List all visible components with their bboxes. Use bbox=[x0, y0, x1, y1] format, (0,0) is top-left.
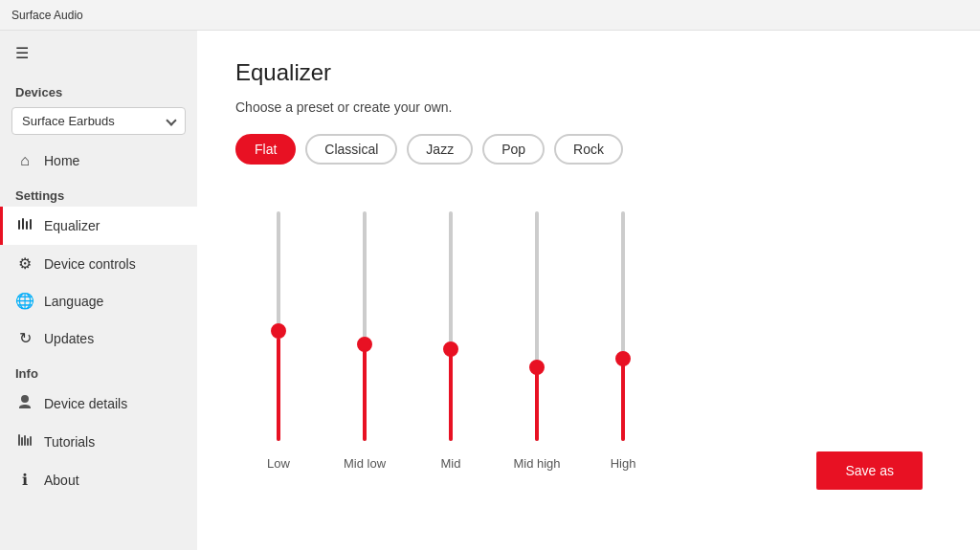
sidebar-item-updates-label: Updates bbox=[44, 331, 94, 346]
svg-rect-3 bbox=[30, 219, 32, 230]
sidebar-item-about[interactable]: ℹ About bbox=[0, 461, 197, 498]
title-bar: Surface Audio bbox=[0, 0, 980, 31]
device-dropdown-value: Surface Earbuds bbox=[22, 114, 115, 128]
eq-label-high: High bbox=[611, 456, 636, 471]
svg-rect-4 bbox=[18, 434, 20, 446]
save-as-button[interactable]: Save as bbox=[816, 451, 923, 490]
eq-thumb-high[interactable] bbox=[615, 351, 631, 366]
sidebar-item-language[interactable]: 🌐 Language bbox=[0, 282, 197, 319]
eq-thumb-mid-low[interactable] bbox=[357, 337, 372, 352]
sidebar-item-tutorials[interactable]: Tutorials bbox=[0, 423, 197, 461]
updates-icon: ↻ bbox=[15, 329, 34, 347]
eq-band-low: Low bbox=[235, 211, 322, 471]
eq-label-mid-high: Mid high bbox=[513, 456, 560, 471]
page-subtitle: Choose a preset or create your own. bbox=[235, 99, 942, 115]
sidebar-item-language-label: Language bbox=[44, 294, 103, 309]
eq-band-high: High bbox=[580, 211, 666, 471]
eq-track-high[interactable] bbox=[621, 211, 625, 441]
sidebar-item-updates[interactable]: ↻ Updates bbox=[0, 319, 197, 357]
svg-rect-0 bbox=[18, 220, 20, 230]
device-dropdown[interactable]: Surface Earbuds bbox=[11, 107, 186, 135]
preset-jazz-button[interactable]: Jazz bbox=[407, 134, 473, 165]
equalizer-icon bbox=[15, 216, 34, 235]
eq-track-mid[interactable] bbox=[449, 211, 453, 441]
preset-rock-button[interactable]: Rock bbox=[554, 134, 623, 165]
eq-band-mid-high: Mid high bbox=[494, 211, 580, 471]
sidebar-item-equalizer[interactable]: Equalizer bbox=[0, 207, 197, 245]
device-controls-icon: ⚙ bbox=[15, 254, 34, 273]
svg-rect-5 bbox=[21, 437, 23, 446]
info-section-label: Info bbox=[0, 357, 197, 385]
eq-thumb-mid-high[interactable] bbox=[529, 360, 545, 375]
sidebar-item-equalizer-label: Equalizer bbox=[44, 218, 100, 233]
language-icon: 🌐 bbox=[15, 292, 34, 310]
eq-track-mid-high[interactable] bbox=[535, 211, 539, 441]
eq-band-mid: Mid bbox=[408, 211, 494, 471]
sidebar-item-device-controls[interactable]: ⚙ Device controls bbox=[0, 245, 197, 282]
eq-fill-mid-low bbox=[363, 349, 367, 441]
svg-rect-8 bbox=[30, 436, 32, 446]
eq-fill-mid-high bbox=[535, 372, 539, 441]
eq-fill-high bbox=[621, 363, 625, 441]
sidebar-item-device-details[interactable]: Device details bbox=[0, 385, 197, 423]
svg-rect-2 bbox=[26, 221, 28, 230]
eq-label-mid: Mid bbox=[441, 456, 461, 471]
devices-label: Devices bbox=[0, 76, 197, 103]
sidebar-item-device-details-label: Device details bbox=[44, 396, 127, 411]
sidebar: ☰ Devices Surface Earbuds ⌂ Home Setting… bbox=[0, 31, 197, 550]
eq-label-mid-low: Mid low bbox=[344, 456, 386, 471]
eq-wrapper: Low Mid low Mid bbox=[235, 203, 942, 499]
svg-rect-7 bbox=[27, 438, 29, 446]
device-details-icon bbox=[15, 394, 34, 413]
eq-track-mid-low[interactable] bbox=[363, 211, 367, 441]
app-body: ☰ Devices Surface Earbuds ⌂ Home Setting… bbox=[0, 31, 980, 550]
eq-label-low: Low bbox=[267, 456, 290, 471]
eq-fill-mid bbox=[449, 354, 453, 441]
eq-fill-low bbox=[277, 338, 280, 441]
app-title: Surface Audio bbox=[11, 9, 83, 22]
sidebar-item-device-controls-label: Device controls bbox=[44, 256, 136, 272]
preset-row: Flat Classical Jazz Pop Rock bbox=[235, 134, 942, 165]
eq-thumb-low[interactable] bbox=[271, 323, 286, 339]
hamburger-button[interactable]: ☰ bbox=[0, 31, 197, 76]
svg-rect-6 bbox=[24, 435, 26, 446]
save-btn-container: Save as bbox=[816, 451, 923, 490]
sidebar-item-tutorials-label: Tutorials bbox=[44, 434, 95, 450]
settings-section-label: Settings bbox=[0, 179, 197, 207]
preset-flat-button[interactable]: Flat bbox=[235, 134, 296, 165]
preset-classical-button[interactable]: Classical bbox=[305, 134, 397, 165]
eq-track-low[interactable] bbox=[277, 211, 280, 441]
svg-rect-1 bbox=[22, 218, 24, 230]
page-title: Equalizer bbox=[235, 59, 942, 86]
preset-pop-button[interactable]: Pop bbox=[482, 134, 545, 165]
home-icon: ⌂ bbox=[15, 152, 34, 169]
sidebar-item-about-label: About bbox=[44, 473, 79, 488]
chevron-down-icon bbox=[166, 115, 176, 125]
eq-thumb-mid[interactable] bbox=[443, 341, 458, 357]
about-icon: ℹ bbox=[15, 471, 34, 489]
main-content: Equalizer Choose a preset or create your… bbox=[197, 31, 980, 550]
hamburger-icon: ☰ bbox=[15, 45, 29, 61]
sidebar-item-home-label: Home bbox=[44, 153, 79, 168]
sidebar-item-home[interactable]: ⌂ Home bbox=[0, 143, 197, 179]
eq-band-mid-low: Mid low bbox=[322, 211, 408, 471]
tutorials-icon bbox=[15, 432, 34, 451]
